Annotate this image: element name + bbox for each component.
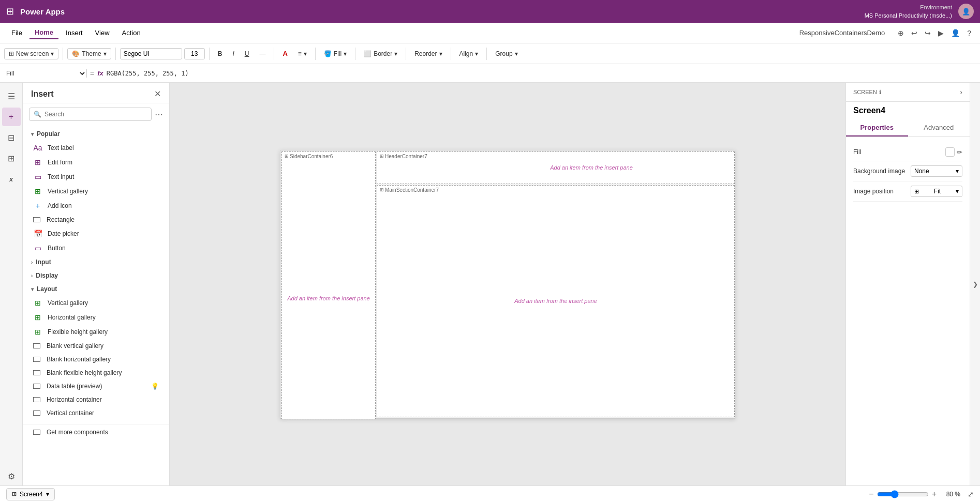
person-icon[interactable]: 👤: [948, 28, 962, 38]
undo-icon[interactable]: ↩: [909, 28, 920, 38]
main-container-label: ⊞ MainSectionContainer7: [380, 187, 439, 193]
border-button[interactable]: ⬜ Border ▾: [360, 49, 402, 59]
new-screen-button[interactable]: ⊞ New screen ▾: [4, 48, 58, 59]
search-input[interactable]: [44, 111, 147, 118]
tree-view-icon[interactable]: ⊟: [2, 128, 21, 147]
fill-edit-icon[interactable]: ✏: [957, 148, 962, 156]
formula-input[interactable]: [107, 70, 976, 77]
add-icon-icon: +: [33, 202, 42, 210]
bold-button[interactable]: B: [214, 49, 227, 59]
bottom-bar: ⊞ Screen4 ▾ − + 80 % ⤢: [0, 485, 980, 502]
main-section-container[interactable]: ⊞ MainSectionContainer7 Add an item from…: [377, 185, 735, 417]
theme-icon: 🎨: [72, 50, 80, 57]
header-container[interactable]: ⊞ HeaderContainer7 Add an item from the …: [377, 151, 735, 184]
property-select[interactable]: Fill: [4, 69, 87, 78]
layout-item-blank-horizontal-gallery[interactable]: Blank horizontal gallery: [23, 353, 169, 366]
left-nav: ☰ + ⊟ ⊞ x ⚙: [0, 83, 23, 485]
popular-section-header[interactable]: ▾ Popular: [23, 127, 169, 141]
zoom-plus-button[interactable]: +: [932, 490, 937, 499]
panel-item-date-picker[interactable]: 📅 Date picker: [23, 226, 169, 241]
layout-bfhgallery-icon: [33, 370, 40, 375]
layout-section-header[interactable]: ▾ Layout: [23, 282, 169, 296]
waffle-icon[interactable]: ⊞: [6, 6, 14, 17]
screen-info-icon[interactable]: ℹ: [879, 89, 881, 96]
text-label-icon: Aa: [33, 144, 42, 152]
add-control-icon[interactable]: +: [2, 108, 21, 126]
screen-title: Screen4: [846, 102, 970, 119]
tab-properties[interactable]: Properties: [846, 119, 908, 136]
eq-sign: =: [90, 69, 94, 78]
variable-icon[interactable]: x: [2, 170, 21, 188]
font-color-button[interactable]: A: [278, 48, 291, 59]
panel-item-button[interactable]: ▭ Button: [23, 241, 169, 255]
menu-view[interactable]: View: [90, 27, 115, 39]
image-position-select[interactable]: ⊞ Fit ▾: [911, 186, 962, 197]
settings-icon[interactable]: ⚙: [2, 467, 21, 485]
layout-item-blank-flexible-height-gallery[interactable]: Blank flexible height gallery: [23, 366, 169, 379]
data-table-info-icon: 💡: [151, 383, 159, 390]
right-panel-expand-icon[interactable]: ›: [960, 88, 962, 96]
theme-button[interactable]: 🎨 Theme ▾: [67, 48, 111, 59]
layout-item-vertical-container[interactable]: Vertical container: [23, 406, 169, 420]
connect-icon[interactable]: ⊕: [895, 28, 907, 38]
get-more-components[interactable]: Get more components: [23, 424, 169, 439]
menu-insert[interactable]: Insert: [61, 27, 88, 39]
avatar[interactable]: 👤: [958, 4, 974, 19]
tab-advanced[interactable]: Advanced: [908, 119, 970, 136]
panel-item-add-icon[interactable]: + Add icon: [23, 199, 169, 213]
edit-form-icon: ⊞: [33, 158, 42, 166]
menu-home[interactable]: Home: [29, 26, 58, 39]
zoom-minus-button[interactable]: −: [869, 490, 873, 499]
toolbar-sep-6: [355, 48, 355, 60]
fill-button[interactable]: 🪣 Fill ▾: [320, 49, 351, 59]
hamburger-icon[interactable]: ☰: [2, 87, 21, 105]
screen-tab[interactable]: ⊞ Screen4 ▾: [6, 488, 55, 500]
layout-item-horizontal-gallery[interactable]: ⊞ Horizontal gallery: [23, 310, 169, 325]
data-icon[interactable]: ⊞: [2, 149, 21, 168]
display-section-header[interactable]: › Display: [23, 269, 169, 282]
button-icon: ▭: [33, 244, 42, 252]
redo-icon[interactable]: ↪: [922, 28, 933, 38]
layout-item-data-table[interactable]: Data table (preview) 💡: [23, 379, 169, 393]
panel-item-text-label[interactable]: Aa Text label: [23, 141, 169, 155]
underline-button[interactable]: U: [241, 49, 254, 59]
panel-item-vertical-gallery[interactable]: ⊞ Vertical gallery: [23, 184, 169, 199]
date-picker-icon: 📅: [33, 230, 42, 238]
right-panel-tabs: Properties Advanced: [846, 119, 970, 137]
italic-button[interactable]: I: [228, 49, 238, 59]
font-name-input[interactable]: [120, 48, 182, 59]
layout-item-blank-vertical-gallery[interactable]: Blank vertical gallery: [23, 339, 169, 353]
more-options-icon[interactable]: ⋯: [155, 110, 163, 119]
layout-item-flexible-height-gallery[interactable]: ⊞ Flexible height gallery: [23, 325, 169, 339]
right-panel-collapse-button[interactable]: ❯: [970, 83, 980, 485]
fx-icon[interactable]: fx: [97, 69, 103, 77]
sidebar-container[interactable]: ⊞ SidebarContainer6 Add an item from the…: [281, 151, 376, 419]
align-button[interactable]: Align ▾: [455, 49, 483, 59]
app-name-display: ResponsiveContainersDemo: [799, 29, 885, 37]
play-icon[interactable]: ▶: [936, 28, 946, 38]
text-align-button[interactable]: ≡ ▾: [294, 49, 311, 59]
zoom-slider[interactable]: [877, 490, 929, 498]
fill-prop-value: ✏: [945, 147, 962, 157]
fill-color-box[interactable]: [945, 147, 955, 157]
toolbar-sep-4: [274, 48, 274, 60]
screen-label: SCREEN ℹ: [853, 89, 881, 96]
fullscreen-icon[interactable]: ⤢: [968, 490, 974, 498]
reorder-button[interactable]: Reorder ▾: [410, 49, 446, 59]
strikethrough-button[interactable]: —: [255, 49, 270, 59]
menu-file[interactable]: File: [6, 27, 27, 39]
panel-item-text-input[interactable]: ▭ Text input: [23, 170, 169, 184]
input-section-header[interactable]: › Input: [23, 255, 169, 269]
help-icon[interactable]: ?: [964, 28, 974, 38]
group-button[interactable]: Group ▾: [491, 49, 522, 59]
layout-fhgallery-icon: ⊞: [33, 328, 42, 336]
font-size-input[interactable]: [184, 48, 205, 59]
panel-item-rectangle[interactable]: Rectangle: [23, 213, 169, 226]
layout-item-horizontal-container[interactable]: Horizontal container: [23, 393, 169, 406]
layout-item-vertical-gallery[interactable]: ⊞ Vertical gallery: [23, 296, 169, 310]
panel-item-edit-form[interactable]: ⊞ Edit form: [23, 155, 169, 170]
bg-image-select[interactable]: None ▾: [911, 165, 962, 177]
close-icon[interactable]: ✕: [154, 89, 161, 99]
bg-image-label: Background image: [853, 168, 905, 175]
menu-action[interactable]: Action: [117, 27, 146, 39]
